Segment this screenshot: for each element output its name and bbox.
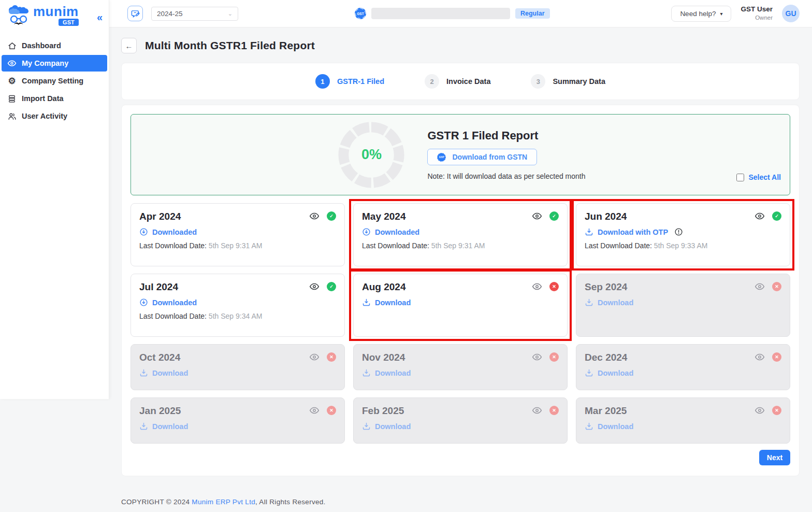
month-card[interactable]: Sep 2024 ✕ Download [576, 274, 790, 337]
month-card[interactable]: Apr 2024 ✓ Downloaded Last Download Date… [130, 203, 345, 266]
month-download-action[interactable]: Downloaded [139, 298, 336, 307]
status-badge: ✕ [772, 352, 781, 362]
view-eye-icon[interactable] [532, 405, 542, 416]
month-last-download: Last Download Date: 5th Sep 9:31 AM [362, 241, 559, 250]
footer-prefix: COPYRIGHT © 2024 [121, 498, 192, 506]
view-eye-icon[interactable] [309, 281, 320, 292]
back-button[interactable]: ← [121, 38, 137, 53]
month-download-action[interactable]: Downloaded [139, 227, 336, 236]
month-card[interactable]: Jul 2024 ✓ Downloaded Last Download Date… [130, 274, 345, 337]
progress-donut: 0% [335, 119, 408, 191]
footer-suffix: , All Rights Reserved. [255, 498, 326, 506]
chevron-down-icon: ⌄ [228, 10, 233, 17]
sidebar-item-my-company[interactable]: My Company [2, 55, 107, 72]
step-number: 3 [531, 74, 545, 89]
gstr1-report-panel: 0% GSTR 1 Filed Report GST Download from… [130, 114, 790, 195]
download-from-gstn-button[interactable]: GST Download from GSTN [427, 149, 537, 165]
month-title: Mar 2025 [585, 405, 627, 417]
download-icon [362, 298, 371, 307]
brand-gst-badge: GST [59, 19, 79, 26]
step-number: 1 [315, 74, 330, 89]
brand-name: munim [33, 5, 79, 18]
month-download-action[interactable]: Download [585, 298, 781, 307]
step-gstr1-filed[interactable]: 1 GSTR-1 Filed [315, 74, 384, 89]
alert-icon[interactable] [674, 227, 683, 236]
month-download-action[interactable]: Download [139, 422, 336, 431]
view-eye-icon[interactable] [309, 352, 320, 362]
view-eye-icon[interactable] [755, 352, 765, 362]
status-badge: ✕ [549, 352, 559, 362]
month-card[interactable]: May 2024 ✓ Downloaded Last Download Date… [353, 203, 568, 266]
month-download-action[interactable]: Download [585, 368, 781, 377]
month-download-action[interactable]: Download [585, 422, 781, 431]
avatar[interactable]: GU [782, 5, 800, 22]
report-card: 0% GSTR 1 Filed Report GST Download from… [121, 105, 800, 476]
month-card[interactable]: Oct 2024 ✕ Download [130, 344, 345, 390]
filing-edit-button[interactable] [127, 6, 143, 21]
munim-logo[interactable]: munim GST [7, 5, 79, 29]
sidebar-collapse-icon[interactable]: « [97, 12, 103, 22]
step-invoice-data[interactable]: 2 Invoice Data [425, 74, 490, 89]
select-all[interactable]: Select All [736, 173, 781, 181]
month-download-action[interactable]: Download [362, 298, 559, 307]
month-card[interactable]: Jan 2025 ✕ Download [130, 397, 345, 444]
download-icon [585, 368, 593, 377]
sidebar-item-dashboard[interactable]: Dashboard [0, 37, 109, 54]
fiscal-year-select[interactable]: 2024-25 ⌄ [151, 7, 238, 21]
view-eye-icon[interactable] [532, 211, 542, 221]
month-last-download: Last Download Date: 5th Sep 9:31 AM [139, 241, 336, 250]
sidebar-item-company-setting[interactable]: ⚙ Company Setting [0, 73, 109, 89]
month-card[interactable]: Aug 2024 ✕ Download [353, 274, 568, 337]
month-action-label: Downloaded [152, 298, 197, 307]
topbar: 2024-25 ⌄ GST Regular Need help? ▾ GST U… [109, 0, 812, 27]
month-grid: Apr 2024 ✓ Downloaded Last Download Date… [130, 203, 790, 444]
footer-company-link[interactable]: Munim ERP Pvt Ltd [192, 498, 255, 506]
month-download-action[interactable]: Download [362, 368, 559, 377]
caret-down-icon: ▾ [720, 11, 722, 17]
view-eye-icon[interactable] [755, 405, 765, 416]
month-download-action[interactable]: Download with OTP [585, 227, 781, 236]
next-button[interactable]: Next [759, 450, 790, 465]
sidebar: munim GST « Dashboard My Company ⚙ [0, 0, 109, 399]
sidebar-item-user-activity[interactable]: User Activity [0, 108, 109, 124]
month-card[interactable]: Mar 2025 ✕ Download [576, 397, 790, 444]
status-badge: ✕ [549, 282, 559, 291]
month-action-label: Download [598, 422, 633, 431]
month-title: Jan 2025 [139, 405, 181, 417]
view-eye-icon[interactable] [532, 352, 542, 362]
page-title: Multi Month GSTR1 Filed Report [145, 39, 315, 52]
last-download-value: 5th Sep 9:34 AM [209, 312, 263, 320]
downloaded-circle-icon [362, 227, 371, 236]
step-label: GSTR-1 Filed [337, 77, 384, 86]
month-title: Jun 2024 [585, 211, 627, 222]
month-card[interactable]: Nov 2024 ✕ Download [353, 344, 568, 390]
view-eye-icon[interactable] [755, 281, 765, 292]
downloaded-circle-icon [139, 227, 148, 236]
month-card[interactable]: Jun 2024 ✓ Download with OTP Last Downlo… [576, 203, 790, 266]
month-download-action[interactable]: Download [362, 422, 559, 431]
progress-value: 0% [335, 119, 408, 191]
month-download-action[interactable]: Download [139, 368, 336, 377]
download-icon [585, 227, 593, 236]
status-badge: ✓ [327, 211, 336, 221]
month-action-label: Download [152, 369, 188, 377]
need-help-label: Need help? [680, 10, 716, 18]
status-badge: ✓ [327, 282, 336, 291]
sidebar-nav: Dashboard My Company ⚙ Company Setting I… [0, 37, 109, 124]
sidebar-item-import-data[interactable]: Import Data [0, 90, 109, 107]
sidebar-item-label: Dashboard [22, 41, 61, 50]
month-card[interactable]: Dec 2024 ✕ Download [576, 344, 790, 390]
month-card[interactable]: Feb 2025 ✕ Download [353, 397, 568, 444]
month-download-action[interactable]: Downloaded [362, 227, 559, 236]
need-help-button[interactable]: Need help? ▾ [671, 6, 731, 22]
view-eye-icon[interactable] [755, 211, 765, 221]
view-eye-icon[interactable] [532, 281, 542, 292]
select-all-checkbox[interactable] [736, 174, 744, 181]
footer-copyright: COPYRIGHT © 2024 Munim ERP Pvt Ltd, All … [121, 498, 800, 506]
step-summary-data[interactable]: 3 Summary Data [531, 74, 605, 89]
database-icon [7, 94, 17, 103]
user-role: Owner [741, 14, 773, 21]
view-eye-icon[interactable] [309, 405, 320, 416]
month-title: Feb 2025 [362, 405, 404, 417]
view-eye-icon[interactable] [309, 211, 320, 221]
